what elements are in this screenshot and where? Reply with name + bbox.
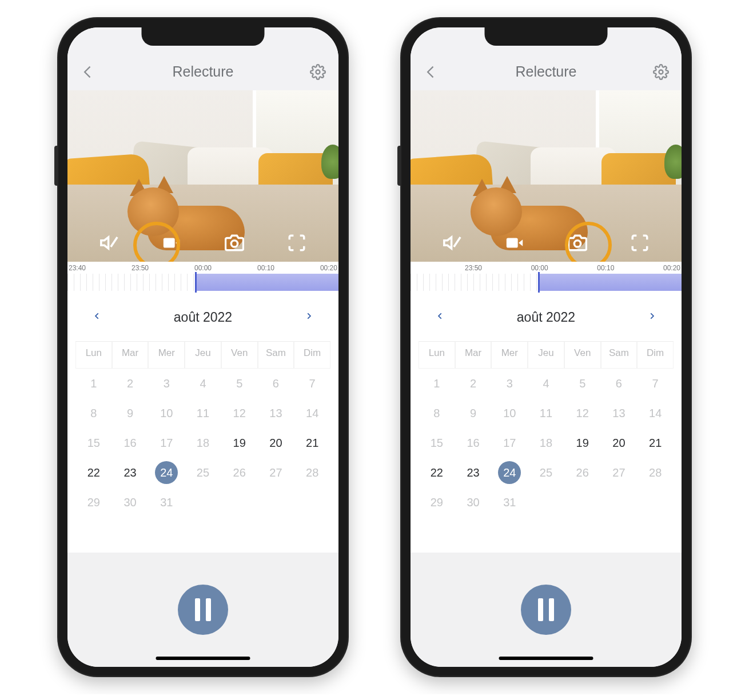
calendar-day: 5	[564, 369, 601, 398]
prev-month-button[interactable]	[433, 310, 447, 325]
calendar-day: 25	[185, 458, 221, 487]
svg-rect-7	[507, 238, 518, 248]
calendar-month-label: août 2022	[174, 310, 232, 325]
calendar-day: 7	[637, 369, 674, 398]
calendar-dow: Lun	[419, 341, 455, 369]
calendar-day: 18	[528, 428, 564, 458]
phone-mockup: Relecture	[400, 17, 692, 677]
calendar-day: 10	[148, 398, 185, 428]
calendar-day[interactable]: 21	[637, 428, 674, 458]
calendar-day[interactable]: 23	[455, 458, 492, 487]
calendar-dow: Mar	[112, 341, 149, 369]
calendar-day: 26	[564, 458, 601, 487]
mute-icon[interactable]	[440, 231, 464, 255]
timeline-recorded	[195, 274, 338, 291]
timeline[interactable]: 23:50 00:00 00:10 00:20	[411, 262, 682, 296]
timeline-tick: 00:20	[663, 264, 680, 272]
calendar-dow: Ven	[221, 341, 258, 369]
calendar-day: 30	[455, 487, 492, 517]
screen: Relecture	[411, 27, 682, 667]
calendar-day: 30	[112, 487, 149, 517]
timeline-tick: 00:20	[320, 264, 337, 272]
timeline-tick: 23:50	[132, 264, 149, 272]
calendar-day: 3	[148, 369, 185, 398]
calendar-day[interactable]: 20	[601, 428, 638, 458]
next-month-button[interactable]	[645, 310, 659, 325]
calendar-day: 26	[221, 458, 258, 487]
notch	[142, 27, 265, 46]
svg-marker-8	[519, 239, 523, 246]
calendar-grid: LunMarMerJeuVenSamDim1234567891011121314…	[419, 341, 674, 517]
calendar-day: 9	[455, 398, 492, 428]
fullscreen-icon[interactable]	[628, 231, 652, 255]
calendar-day[interactable]: 24	[491, 458, 528, 487]
svg-marker-3	[176, 239, 180, 246]
calendar-day: 7	[294, 369, 330, 398]
calendar-day: 13	[258, 398, 294, 428]
back-button[interactable]	[423, 64, 439, 80]
camera-icon[interactable]	[222, 231, 246, 255]
timeline-tick: 00:00	[194, 264, 212, 272]
timeline-cursor[interactable]	[195, 272, 197, 293]
calendar-month-label: août 2022	[517, 310, 575, 325]
calendar-day: 31	[148, 487, 185, 517]
timeline-track[interactable]	[411, 274, 682, 291]
pause-icon	[195, 598, 200, 621]
calendar-dow: Lun	[75, 341, 112, 369]
calendar-day: 5	[221, 369, 258, 398]
timeline-track[interactable]	[67, 274, 338, 291]
calendar-day: 9	[112, 398, 149, 428]
video-playback[interactable]	[67, 90, 338, 262]
calendar-day: 12	[564, 398, 601, 428]
video-playback[interactable]	[411, 90, 682, 262]
calendar-day[interactable]: 23	[112, 458, 149, 487]
calendar-day: 1	[419, 369, 455, 398]
svg-point-9	[574, 241, 580, 247]
page-title: Relecture	[173, 63, 234, 80]
video-controls	[67, 231, 338, 255]
svg-point-5	[659, 70, 663, 74]
calendar-day[interactable]: 22	[419, 458, 455, 487]
calendar-day[interactable]: 20	[258, 428, 294, 458]
svg-line-1	[111, 237, 117, 247]
calendar-day[interactable]: 19	[564, 428, 601, 458]
calendar-day[interactable]: 21	[294, 428, 330, 458]
calendar-day: 12	[221, 398, 258, 428]
timeline-cursor[interactable]	[538, 272, 540, 293]
timeline-tick: 00:10	[257, 264, 274, 272]
page-title: Relecture	[516, 63, 577, 80]
pause-button[interactable]	[178, 585, 228, 635]
mute-icon[interactable]	[97, 231, 121, 255]
calendar-header: août 2022	[75, 310, 330, 325]
settings-button[interactable]	[653, 64, 669, 80]
timeline[interactable]: 23:40 23:50 00:00 00:10 00:20	[67, 262, 338, 296]
calendar-day: 28	[637, 458, 674, 487]
calendar-grid: LunMarMerJeuVenSamDim1234567891011121314…	[75, 341, 330, 517]
camera-icon[interactable]	[565, 231, 589, 255]
notch	[485, 27, 608, 46]
calendar-day: 4	[528, 369, 564, 398]
calendar-dow: Dim	[637, 341, 674, 369]
calendar-day: 17	[491, 428, 528, 458]
back-button[interactable]	[80, 64, 96, 80]
settings-button[interactable]	[310, 64, 326, 80]
svg-point-4	[231, 241, 237, 247]
video-record-icon[interactable]	[503, 231, 527, 255]
prev-month-button[interactable]	[90, 310, 104, 325]
calendar-day: 29	[75, 487, 112, 517]
calendar-day: 11	[528, 398, 564, 428]
calendar-day: 8	[75, 398, 112, 428]
calendar-day: 6	[601, 369, 638, 398]
screen: Relecture	[67, 27, 338, 667]
next-month-button[interactable]	[302, 310, 316, 325]
calendar-day[interactable]: 24	[148, 458, 185, 487]
fullscreen-icon[interactable]	[285, 231, 309, 255]
calendar-dow: Sam	[258, 341, 294, 369]
timeline-labels: 23:50 00:00 00:10 00:20	[411, 262, 682, 272]
pause-button[interactable]	[521, 585, 571, 635]
video-record-icon[interactable]	[160, 231, 184, 255]
timeline-tick: 00:10	[597, 264, 614, 272]
calendar-day: 29	[419, 487, 455, 517]
calendar-day[interactable]: 19	[221, 428, 258, 458]
calendar-day[interactable]: 22	[75, 458, 112, 487]
